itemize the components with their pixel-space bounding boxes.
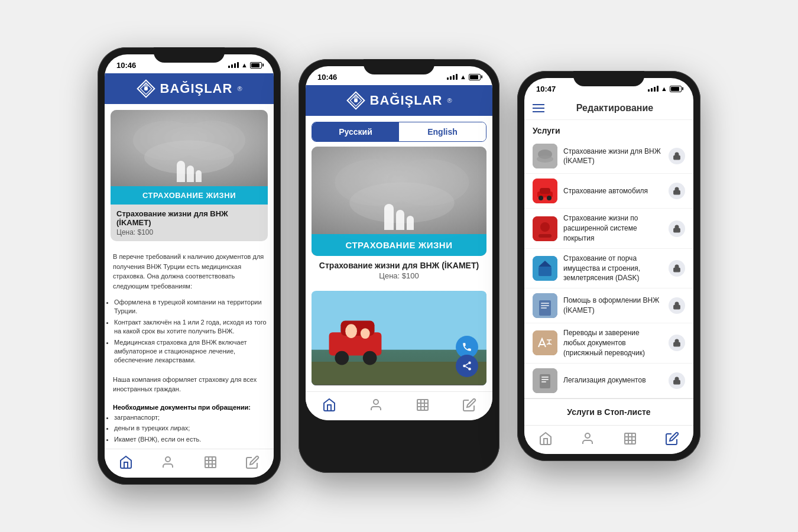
svg-point-39 (547, 196, 552, 200)
edit-icon-2 (462, 398, 476, 412)
lock-button-3[interactable] (669, 260, 685, 277)
doc-item: загранпаспорт; (114, 413, 274, 422)
service-thumb-5 (533, 330, 557, 355)
phone-1: 10:46 ▲ (98, 47, 281, 485)
logo-1: BAĞIŞLAR ® (137, 79, 242, 98)
lock-button-2[interactable] (669, 220, 685, 237)
service-banner-2: СТРАХОВАНИЕ ЖИЗНИ (312, 234, 486, 256)
svg-rect-53 (541, 307, 547, 309)
service-info-2: Страхование жизни для ВНЖ (İKAMET) Цена:… (312, 256, 486, 285)
lock-button-0[interactable] (669, 148, 685, 164)
svg-rect-54 (674, 306, 680, 309)
list-item[interactable]: Помощь в оформлении ВНЖ (İKAMET) (524, 288, 693, 323)
edit-icon-3 (665, 432, 679, 446)
edit-title-3: Редактирование (544, 103, 685, 113)
nav-home-2[interactable] (322, 398, 336, 412)
content-area-2[interactable]: Русский English СТР (306, 116, 492, 391)
nav-person-3[interactable] (580, 432, 595, 446)
svg-point-26 (468, 368, 471, 371)
nav-building-2[interactable] (416, 398, 430, 412)
content-area-1[interactable]: СТРАХОВАНИЕ ЖИЗНИ Страхование жизни для … (105, 104, 274, 449)
nav-edit-2[interactable] (462, 398, 476, 412)
nav-home-1[interactable] (119, 455, 133, 469)
lock-button-4[interactable] (669, 297, 685, 314)
service-title-1: Страхование жизни для ВНЖ (İKAMET) (116, 209, 262, 227)
bottom-nav-2 (306, 391, 492, 420)
language-tabs-2[interactable]: Русский English (312, 122, 486, 142)
bottom-nav-1 (105, 449, 274, 478)
battery-icon-3 (670, 86, 682, 92)
list-item[interactable]: Страхование автомобиля (524, 174, 693, 209)
bullet-list-main-1: Оформлена в турецкой компании на террито… (105, 298, 274, 365)
wifi-icon-1: ▲ (241, 61, 248, 69)
service-thumb-1 (533, 179, 557, 203)
svg-point-33 (537, 155, 553, 163)
logo-text-1: BAĞIŞLAR (160, 81, 233, 96)
nav-person-2[interactable] (369, 398, 383, 412)
phone-3: 10:47 ▲ Редактирование (517, 71, 700, 460)
service-name-6: Легализация документов (563, 375, 663, 385)
svg-rect-64 (625, 433, 635, 444)
svg-rect-40 (674, 191, 680, 194)
service-price-2: Цена: $100 (313, 271, 485, 280)
lock-button-5[interactable] (669, 335, 685, 351)
lock-icon-4 (673, 301, 681, 310)
nav-building-1[interactable] (203, 455, 218, 469)
nav-home-3[interactable] (539, 432, 553, 446)
logo-reg-2: ® (447, 97, 452, 104)
svg-rect-43 (539, 234, 552, 238)
list-item[interactable]: Страхование жизни по расширенной системе… (524, 209, 693, 248)
svg-rect-44 (674, 228, 680, 232)
list-item[interactable]: Легализация документов (524, 364, 693, 398)
list-item[interactable]: Переводы и заверение любых документов (п… (524, 323, 693, 363)
svg-rect-62 (674, 380, 680, 384)
docs-title-1: Необходимые документы при обращении: (105, 401, 274, 413)
nav-building-3[interactable] (623, 432, 637, 446)
thumb-svg-2 (533, 216, 557, 241)
nav-edit-1[interactable] (245, 455, 259, 469)
bullet-item: Оформлена в турецкой компании на террито… (114, 298, 274, 316)
signal-icon-3 (648, 86, 658, 92)
nav-edit-3[interactable] (665, 432, 679, 446)
battery-icon-2 (469, 74, 481, 80)
list-item[interactable]: Страхование жизни для ВНЖ (İKAMET) (524, 139, 693, 174)
svg-point-25 (463, 365, 466, 368)
service-name-2: Страхование жизни по расширенной системе… (563, 213, 663, 243)
home-icon-2 (322, 398, 336, 412)
lock-button-6[interactable] (669, 372, 685, 389)
svg-rect-52 (541, 305, 549, 306)
lock-button-1[interactable] (669, 183, 685, 199)
lock-icon-3 (673, 264, 681, 273)
tab-russian-2[interactable]: Русский (312, 122, 399, 141)
logo-2: BAĞIŞLAR ® (346, 91, 452, 110)
time-1: 10:46 (116, 61, 136, 70)
thumb-svg-3 (533, 256, 557, 281)
svg-rect-48 (674, 268, 680, 271)
tab-english-2[interactable]: English (399, 122, 486, 141)
home-icon-1 (119, 455, 133, 469)
svg-rect-59 (541, 377, 549, 378)
list-item[interactable]: Страхование от порча имущества и строени… (524, 249, 693, 288)
person-icon-3 (580, 432, 595, 446)
thumb-svg-5 (533, 330, 557, 355)
nav-person-1[interactable] (161, 455, 175, 469)
share-button-2[interactable] (456, 355, 478, 377)
svg-point-24 (468, 362, 471, 365)
wifi-icon-3: ▲ (661, 85, 667, 92)
building-icon-2 (416, 398, 430, 412)
wifi-icon-2: ▲ (460, 73, 466, 80)
description-intro-1: В перечне требований к наличию документо… (113, 252, 265, 291)
service-image-2: СТРАХОВАНИЕ ЖИЗНИ (312, 147, 486, 256)
lock-icon-5 (673, 339, 681, 347)
phone-icon-2 (462, 342, 472, 352)
content-area-3[interactable]: Услуги Страхование жизни для ВНЖ (İKAMET… (524, 120, 693, 424)
extra-text-1: Наша компания оформляет страховку для вс… (113, 375, 265, 394)
battery-icon-1 (250, 62, 262, 69)
service-card-1[interactable]: СТРАХОВАНИЕ ЖИЗНИ Страхование жизни для … (111, 110, 268, 241)
doc-item: деньги в турецких лирах; (114, 424, 274, 433)
building-icon-3 (623, 432, 637, 446)
service-extra-1: Наша компания оформляет страховку для вс… (105, 370, 274, 401)
services-section-title-3: Услуги (524, 120, 693, 139)
hamburger-menu-3[interactable] (533, 104, 544, 112)
service-card-2: СТРАХОВАНИЕ ЖИЗНИ Страхование жизни для … (312, 147, 486, 285)
